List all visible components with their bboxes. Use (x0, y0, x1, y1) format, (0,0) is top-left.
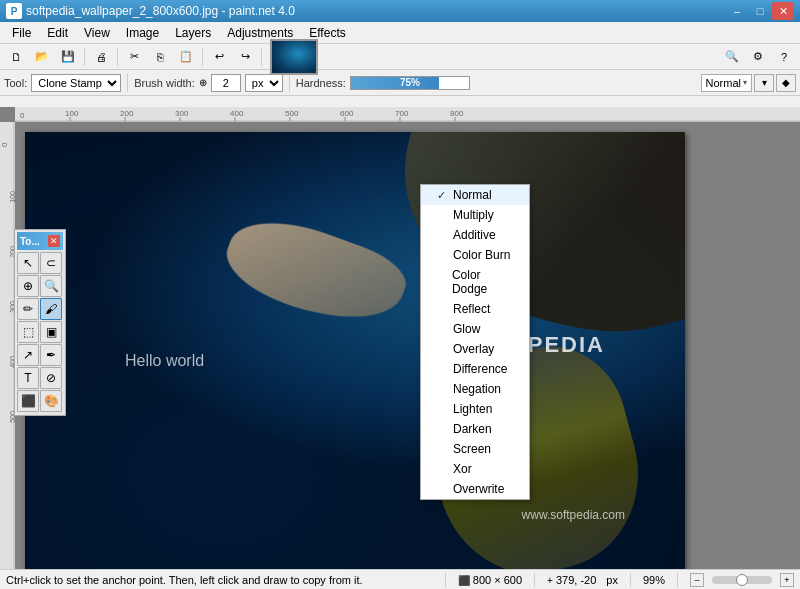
menu-view[interactable]: View (76, 24, 118, 42)
brush-width-input[interactable]: 2 (211, 74, 241, 92)
tool-row-7: ⬛ 🎨 (17, 390, 63, 412)
blend-check-normal: ✓ (437, 189, 449, 202)
blend-xor[interactable]: Xor (421, 459, 529, 479)
pan-tool[interactable]: 🔍 (40, 275, 62, 297)
redo-button[interactable]: ↪ (233, 46, 257, 68)
blend-multiply[interactable]: Multiply (421, 205, 529, 225)
svg-text:400: 400 (230, 109, 244, 118)
blend-mode-dropdown[interactable]: Normal ▾ (701, 74, 752, 92)
blend-overlay[interactable]: Overlay (421, 339, 529, 359)
blend-mode-menu: ✓ Normal Multiply Additive Color Burn Co… (420, 184, 530, 500)
blend-label-reflect: Reflect (453, 302, 490, 316)
fill-tool[interactable]: ▣ (40, 321, 62, 343)
website-text: www.softpedia.com (522, 508, 625, 522)
menu-file[interactable]: File (4, 24, 39, 42)
help-button[interactable]: ? (772, 46, 796, 68)
main-area: 0 100 200 300 400 500 600 700 800 0 100 … (0, 107, 800, 569)
canvas-scroll-area[interactable]: Hello world SOFTPEDIA www.softpedia.com (15, 122, 800, 569)
clone-tool[interactable]: ↗ (17, 344, 39, 366)
open-button[interactable]: 📂 (30, 46, 54, 68)
blend-label-darken: Darken (453, 422, 492, 436)
zoom-out-button[interactable]: – (690, 573, 704, 587)
blend-label-overwrite: Overwrite (453, 482, 504, 496)
horizontal-ruler: 0 100 200 300 400 500 600 700 800 (15, 107, 800, 122)
zoom-in-button[interactable]: + (780, 573, 794, 587)
blend-label-overlay: Overlay (453, 342, 494, 356)
ruler-v-svg: 0 100 200 300 400 500 (0, 122, 15, 569)
blend-overwrite[interactable]: Overwrite (421, 479, 529, 499)
brush-size-unit-select[interactable]: px (245, 74, 283, 92)
blend-darken[interactable]: Darken (421, 419, 529, 439)
eraser-tool[interactable]: ⬚ (17, 321, 39, 343)
blend-negation[interactable]: Negation (421, 379, 529, 399)
coords-value: 379, -20 (556, 574, 596, 586)
svg-text:100: 100 (65, 109, 79, 118)
close-button[interactable]: ✕ (772, 2, 794, 20)
tool-row-3: ✏ 🖌 (17, 298, 63, 320)
select-tool[interactable]: ↖ (17, 252, 39, 274)
color-picker[interactable]: ⬛ (17, 390, 39, 412)
menu-image[interactable]: Image (118, 24, 167, 42)
menu-layers[interactable]: Layers (167, 24, 219, 42)
copy-button[interactable]: ⎘ (148, 46, 172, 68)
lasso-tool[interactable]: ⊂ (40, 252, 62, 274)
text-tool[interactable]: T (17, 367, 39, 389)
blend-normal[interactable]: ✓ Normal (421, 185, 529, 205)
blend-label-screen: Screen (453, 442, 491, 456)
blend-difference[interactable]: Difference (421, 359, 529, 379)
blend-label-difference: Difference (453, 362, 507, 376)
settings-button[interactable]: ⚙ (746, 46, 770, 68)
status-sep-3 (630, 573, 631, 587)
dimensions-icon: ⬛ (458, 575, 470, 586)
pencil-tool[interactable]: ✏ (17, 298, 39, 320)
zoom-thumb (736, 574, 748, 586)
paste-button[interactable]: 📋 (174, 46, 198, 68)
minimize-button[interactable]: – (726, 2, 748, 20)
options-sep-1 (127, 74, 128, 92)
toolbar-separator-1 (84, 48, 85, 66)
blend-mode-btn2[interactable]: ◆ (776, 74, 796, 92)
dimensions-value: 800 × 600 (473, 574, 522, 586)
menu-bar: File Edit View Image Layers Adjustments … (0, 22, 800, 44)
toolbar-separator-4 (261, 48, 262, 66)
blend-lighten[interactable]: Lighten (421, 399, 529, 419)
svg-text:300: 300 (175, 109, 189, 118)
svg-text:0: 0 (20, 111, 25, 120)
tool-panel: To... ✕ ↖ ⊂ ⊕ 🔍 ✏ 🖌 ⬚ ▣ ↗ ✒ T ⊘ ⬛ 🎨 (14, 229, 66, 416)
cut-button[interactable]: ✂ (122, 46, 146, 68)
zoom-slider[interactable] (712, 576, 772, 584)
tool-panel-close[interactable]: ✕ (48, 235, 60, 247)
tools-options-bar: Tool: Clone Stamp Brush width: ⊕ 2 px Ha… (0, 70, 800, 96)
svg-text:200: 200 (120, 109, 134, 118)
blend-reflect[interactable]: Reflect (421, 299, 529, 319)
tool-row-6: T ⊘ (17, 367, 63, 389)
blend-screen[interactable]: Screen (421, 439, 529, 459)
menu-edit[interactable]: Edit (39, 24, 76, 42)
tool-row-2: ⊕ 🔍 (17, 275, 63, 297)
gradient-tool[interactable]: 🎨 (40, 390, 62, 412)
blend-mode-label: Normal (706, 77, 741, 89)
blend-colorburn[interactable]: Color Burn (421, 245, 529, 265)
print-button[interactable]: 🖨 (89, 46, 113, 68)
tool-select[interactable]: Clone Stamp (31, 74, 121, 92)
blend-glow[interactable]: Glow (421, 319, 529, 339)
svg-text:700: 700 (395, 109, 409, 118)
crop-tool[interactable]: ⊘ (40, 367, 62, 389)
brush-tool[interactable]: 🖌 (40, 298, 62, 320)
blend-mode-arrow: ▾ (743, 78, 747, 87)
tool-label: Tool: (4, 77, 27, 89)
maximize-button[interactable]: □ (749, 2, 771, 20)
zoom-button[interactable]: 🔍 (720, 46, 744, 68)
blend-colordodge[interactable]: Color Dodge (421, 265, 529, 299)
blend-label-glow: Glow (453, 322, 480, 336)
hardness-slider[interactable]: 75% (350, 76, 470, 90)
undo-button[interactable]: ↩ (207, 46, 231, 68)
save-button[interactable]: 💾 (56, 46, 80, 68)
zoom-tool[interactable]: ⊕ (17, 275, 39, 297)
new-button[interactable]: 🗋 (4, 46, 28, 68)
blend-label-xor: Xor (453, 462, 472, 476)
pen-tool[interactable]: ✒ (40, 344, 62, 366)
blend-additive[interactable]: Additive (421, 225, 529, 245)
blend-mode-btn1[interactable]: ▾ (754, 74, 774, 92)
blend-label-colordodge: Color Dodge (452, 268, 513, 296)
